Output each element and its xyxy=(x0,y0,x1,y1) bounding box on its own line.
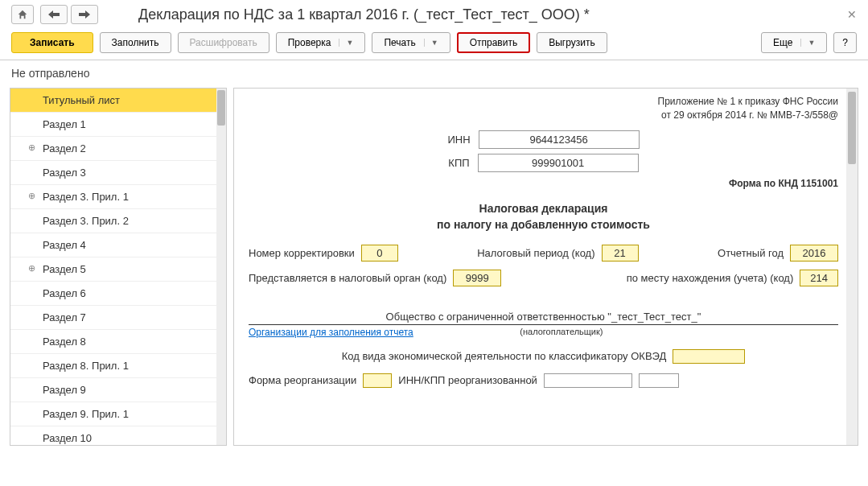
period-label: Налоговый период (код) xyxy=(477,247,594,259)
okved-field[interactable] xyxy=(673,349,745,364)
caret-down-icon: ▼ xyxy=(424,39,438,47)
org-block: Общество с ограниченной ответственностью… xyxy=(249,311,838,338)
send-button[interactable]: Отправить xyxy=(457,32,531,53)
caret-down-icon: ▼ xyxy=(800,39,815,47)
back-button[interactable] xyxy=(40,5,68,24)
expand-icon[interactable]: ⊕ xyxy=(28,191,35,201)
reorg-form-field[interactable] xyxy=(363,373,392,388)
sidebar-item-6[interactable]: Раздел 4 xyxy=(10,233,226,257)
write-button[interactable]: Записать xyxy=(11,32,93,53)
sidebar-item-label: Раздел 9. Прил. 1 xyxy=(43,408,129,420)
content-panel: Приложение № 1 к приказу ФНС России от 2… xyxy=(233,88,858,446)
correction-label: Номер корректировки xyxy=(249,247,355,259)
okved-label: Код вида экономической деятельности по к… xyxy=(342,350,667,362)
check-label: Проверка xyxy=(288,37,331,48)
taxpayer-label: (налогоплательщик) xyxy=(413,327,710,338)
caret-down-icon: ▼ xyxy=(339,39,353,47)
forward-button[interactable] xyxy=(71,5,98,24)
decrypt-button: Расшифровать xyxy=(178,32,269,53)
sidebar-item-label: Раздел 8 xyxy=(43,336,86,348)
unload-button[interactable]: Выгрузить xyxy=(537,32,607,53)
arrow-right-icon xyxy=(79,10,90,19)
sidebar-item-label: Раздел 8. Прил. 1 xyxy=(43,360,129,372)
expand-icon[interactable]: ⊕ xyxy=(28,263,35,274)
kpp-field[interactable]: 999901001 xyxy=(478,154,639,172)
more-label: Еще xyxy=(773,37,792,48)
sidebar-item-10[interactable]: Раздел 8 xyxy=(10,330,226,354)
sidebar-item-14[interactable]: Раздел 10 xyxy=(10,426,226,446)
sidebar-item-3[interactable]: Раздел 3 xyxy=(10,161,226,185)
year-label: Отчетный год xyxy=(718,247,784,259)
window-title: Декларация по НДС за 1 квартал 2016 г. (… xyxy=(138,6,590,23)
home-icon xyxy=(17,9,28,20)
reorg-inn-field[interactable] xyxy=(544,373,632,388)
sidebar: Титульный листРаздел 1⊕Раздел 2Раздел 3⊕… xyxy=(10,88,227,446)
sidebar-item-13[interactable]: Раздел 9. Прил. 1 xyxy=(10,402,226,426)
sidebar-item-label: Раздел 5 xyxy=(43,263,86,275)
sidebar-item-label: Раздел 9 xyxy=(43,384,86,396)
sidebar-item-4[interactable]: ⊕Раздел 3. Прил. 1 xyxy=(10,185,226,209)
sidebar-item-0[interactable]: Титульный лист xyxy=(10,89,226,113)
sidebar-item-7[interactable]: ⊕Раздел 5 xyxy=(10,257,226,282)
period-field[interactable]: 21 xyxy=(602,245,639,262)
toolbar: Записать Заполнить Расшифровать Проверка… xyxy=(0,29,868,60)
home-button[interactable] xyxy=(11,5,34,24)
sidebar-item-label: Раздел 10 xyxy=(43,432,92,444)
sidebar-item-label: Раздел 2 xyxy=(43,142,86,154)
submit-org-field[interactable]: 9999 xyxy=(453,270,501,286)
sidebar-item-8[interactable]: Раздел 6 xyxy=(10,282,226,306)
close-button[interactable]: ✕ xyxy=(847,8,857,21)
more-button[interactable]: Еще ▼ xyxy=(761,32,827,53)
sidebar-item-9[interactable]: Раздел 7 xyxy=(10,306,226,330)
org-name: Общество с ограниченной ответственностью… xyxy=(249,311,838,325)
print-label: Печать xyxy=(384,37,415,48)
sidebar-item-5[interactable]: Раздел 3. Прил. 2 xyxy=(10,209,226,233)
sidebar-item-label: Раздел 4 xyxy=(43,239,86,251)
arrow-left-icon xyxy=(48,10,60,19)
submit-org-label: Представляется в налоговый орган (код) xyxy=(249,272,446,284)
inn-label: ИНН xyxy=(447,134,470,146)
sidebar-item-label: Раздел 3 xyxy=(43,167,86,179)
title-bar: Декларация по НДС за 1 квартал 2016 г. (… xyxy=(0,0,868,29)
sidebar-item-label: Раздел 3. Прил. 2 xyxy=(43,215,129,227)
reorg-label: Форма реорганизации xyxy=(249,374,356,386)
year-field[interactable]: 2016 xyxy=(790,245,838,262)
sidebar-item-1[interactable]: Раздел 1 xyxy=(10,113,226,137)
appendix-text: Приложение № 1 к приказу ФНС России от 2… xyxy=(249,95,838,122)
sidebar-item-12[interactable]: Раздел 9 xyxy=(10,378,226,402)
reorg-kpp-field[interactable] xyxy=(639,373,679,388)
help-button[interactable]: ? xyxy=(833,32,857,53)
reorg-inn-label: ИНН/КПП реорганизованной xyxy=(398,374,537,386)
sidebar-item-label: Раздел 6 xyxy=(43,287,86,299)
main-area: Титульный листРаздел 1⊕Раздел 2Раздел 3⊕… xyxy=(0,88,868,446)
place-label: по месту нахождения (учета) (код) xyxy=(627,272,794,284)
sidebar-item-label: Раздел 7 xyxy=(43,311,86,323)
scrollbar-thumb[interactable] xyxy=(848,92,856,164)
document-heading: Налоговая декларация по налогу на добавл… xyxy=(249,201,838,233)
status-text: Не отправлено xyxy=(0,60,868,88)
sidebar-item-label: Раздел 3. Прил. 1 xyxy=(43,191,129,203)
content-scrollbar[interactable] xyxy=(846,89,858,445)
sidebar-item-label: Титульный лист xyxy=(43,94,120,106)
sidebar-item-2[interactable]: ⊕Раздел 2 xyxy=(10,137,226,161)
form-code: Форма по КНД 1151001 xyxy=(249,177,838,191)
place-field[interactable]: 214 xyxy=(800,270,838,286)
nav-buttons xyxy=(40,5,98,24)
sidebar-scrollbar[interactable] xyxy=(216,89,226,445)
sidebar-item-label: Раздел 1 xyxy=(43,118,86,130)
kpp-label: КПП xyxy=(448,157,469,169)
expand-icon[interactable]: ⊕ xyxy=(28,142,35,153)
scrollbar-thumb[interactable] xyxy=(217,90,225,126)
check-button[interactable]: Проверка ▼ xyxy=(276,32,366,53)
heading-line1: Налоговая декларация xyxy=(249,201,838,217)
fill-button[interactable]: Заполнить xyxy=(100,32,171,53)
heading-line2: по налогу на добавленную стоимость xyxy=(249,217,838,233)
sidebar-item-11[interactable]: Раздел 8. Прил. 1 xyxy=(10,354,226,378)
appendix-line1: Приложение № 1 к приказу ФНС России xyxy=(249,95,838,109)
print-button[interactable]: Печать ▼ xyxy=(372,32,450,53)
inn-field[interactable]: 9644123456 xyxy=(479,130,640,149)
org-fill-link[interactable]: Организации для заполнения отчета xyxy=(249,327,413,338)
correction-field[interactable]: 0 xyxy=(361,245,398,262)
appendix-line2: от 29 октября 2014 г. № ММВ-7-3/558@ xyxy=(249,109,838,122)
